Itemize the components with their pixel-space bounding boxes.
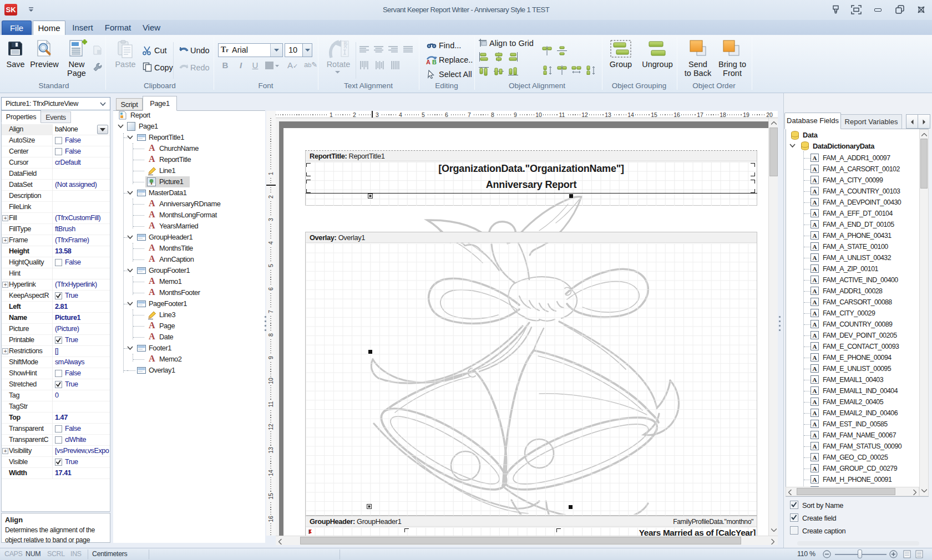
svg-text:B: B (432, 59, 437, 65)
svg-text:A: A (813, 177, 817, 184)
svg-text:A: A (813, 476, 817, 483)
svg-text:A: A (813, 321, 817, 328)
svg-text:A: A (813, 210, 817, 217)
svg-text:abc: abc (343, 41, 348, 49)
svg-text:A: A (813, 299, 817, 306)
svg-text:A: A (813, 277, 817, 283)
svg-text:A: A (813, 254, 817, 261)
svg-text:A: A (813, 399, 817, 405)
svg-text:A: A (813, 443, 817, 450)
svg-text:A: A (813, 465, 817, 472)
svg-text:A: A (813, 221, 817, 228)
svg-text:A: A (813, 310, 817, 317)
svg-text:A: A (813, 454, 817, 461)
svg-text:A: A (813, 354, 817, 361)
svg-text:A: A (813, 432, 817, 439)
svg-text:A: A (813, 288, 817, 294)
svg-text:A: A (813, 343, 817, 350)
svg-text:A: A (813, 232, 817, 239)
svg-text:A: A (813, 188, 817, 195)
svg-text:A: A (813, 332, 817, 339)
svg-text:A: A (813, 388, 817, 394)
svg-text:A: A (813, 243, 817, 250)
svg-text:A: A (813, 421, 817, 427)
svg-text:A: A (813, 410, 817, 416)
svg-text:A: A (813, 166, 817, 172)
svg-text:A: A (813, 365, 817, 372)
svg-text:A: A (813, 155, 817, 161)
svg-text:A: A (813, 199, 817, 206)
svg-text:A: A (813, 266, 817, 272)
svg-text:A: A (813, 376, 817, 383)
svg-text:A: A (426, 59, 430, 65)
